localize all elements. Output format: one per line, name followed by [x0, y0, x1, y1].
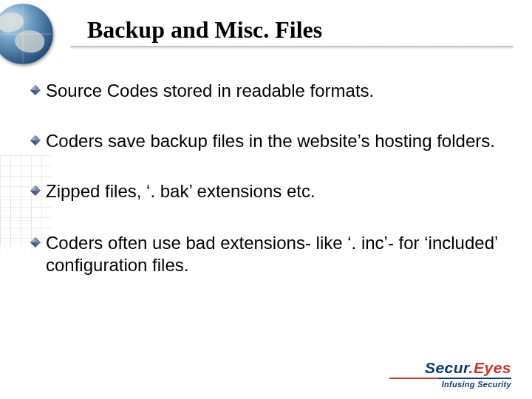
globe-icon — [0, 4, 63, 74]
list-item: Coders save backup files in the website’… — [30, 130, 502, 152]
svg-marker-14 — [30, 237, 35, 242]
list-item: Zipped files, ‘. bak’ extensions etc. — [30, 180, 502, 202]
brand-divider — [389, 378, 511, 379]
brand-logo: Secur.Eyes Infusing Security — [389, 359, 511, 389]
list-item: Coders often use bad extensions- like ‘.… — [30, 232, 502, 276]
diamond-bullet-icon — [30, 134, 41, 146]
svg-marker-3 — [30, 90, 35, 95]
svg-marker-15 — [30, 242, 35, 248]
svg-marker-10 — [30, 185, 35, 191]
list-item: Source Codes stored in readable formats. — [30, 80, 502, 102]
brand-tagline: Infusing Security — [389, 380, 511, 389]
page-title: Backup and Misc. Files — [87, 16, 322, 44]
svg-marker-9 — [35, 185, 41, 191]
svg-marker-6 — [30, 135, 35, 140]
diamond-bullet-icon — [30, 185, 41, 197]
diamond-bullet-icon — [30, 236, 41, 248]
svg-marker-13 — [35, 237, 41, 242]
bullet-text: Source Codes stored in readable formats. — [46, 80, 502, 102]
svg-marker-1 — [35, 85, 41, 90]
svg-marker-2 — [30, 85, 35, 90]
svg-marker-5 — [35, 135, 41, 140]
bullet-text: Coders often use bad extensions- like ‘.… — [46, 232, 502, 276]
bullet-list: Source Codes stored in readable formats.… — [30, 80, 502, 304]
svg-marker-11 — [30, 191, 35, 196]
bullet-text: Coders save backup files in the website’… — [46, 130, 502, 152]
bullet-text: Zipped files, ‘. bak’ extensions etc. — [46, 180, 502, 202]
title-underline — [70, 46, 514, 49]
brand-name: Secur.Eyes — [389, 359, 511, 377]
diamond-bullet-icon — [30, 84, 41, 96]
brand-part2: Eyes — [474, 359, 511, 376]
svg-marker-7 — [30, 140, 35, 146]
brand-part1: Secur — [425, 359, 469, 376]
